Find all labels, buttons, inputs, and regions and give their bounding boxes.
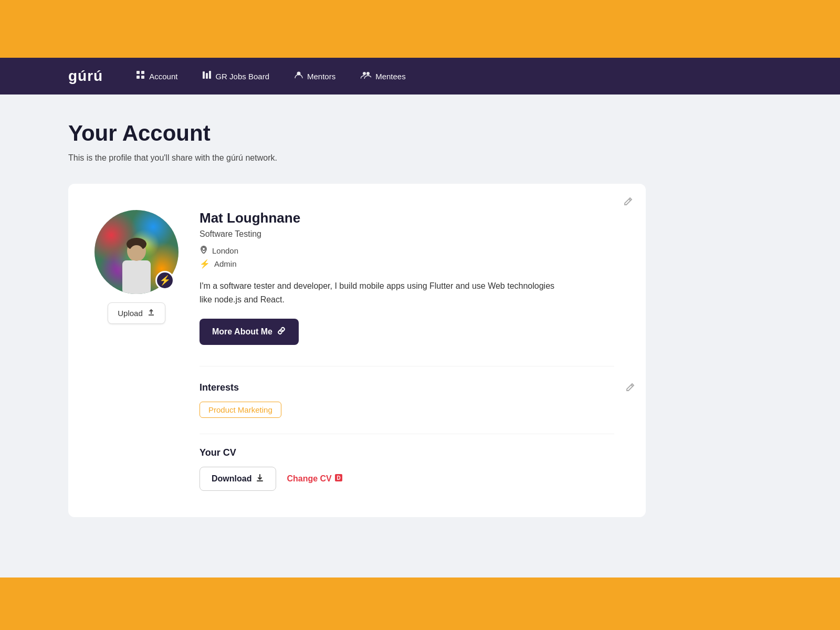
bottom-area xyxy=(0,578,840,630)
interests-title: Interests xyxy=(200,382,614,393)
profile-role: Software Testing xyxy=(200,229,614,239)
svg-point-8 xyxy=(363,72,366,75)
badge-icon: ⚡ xyxy=(200,259,210,269)
svg-rect-0 xyxy=(136,71,140,74)
badge-item: ⚡ Admin xyxy=(200,259,614,269)
navbar: gúrú Account GR Jobs Board xyxy=(0,58,840,94)
lightning-badge: ⚡ xyxy=(155,271,174,290)
svg-rect-13 xyxy=(122,260,151,294)
download-icon xyxy=(256,474,264,484)
nav-item-mentees[interactable]: Mentees xyxy=(359,67,408,86)
change-cv-button[interactable]: Change CV D xyxy=(287,474,342,484)
top-banner xyxy=(0,0,840,58)
nav-account-label: Account xyxy=(149,72,177,81)
download-label: Download xyxy=(212,474,251,484)
svg-point-15 xyxy=(202,247,205,250)
edit-profile-icon[interactable] xyxy=(623,196,633,209)
svg-text:D: D xyxy=(337,475,340,481)
nav-item-mentors[interactable]: Mentors xyxy=(292,67,338,86)
change-cv-icon: D xyxy=(335,474,342,484)
upload-icon xyxy=(147,308,155,318)
avatar-wrapper: ⚡ xyxy=(94,210,178,294)
interest-tag-0: Product Marketing xyxy=(200,402,281,418)
change-cv-label: Change CV xyxy=(287,474,331,484)
svg-rect-2 xyxy=(136,76,140,79)
location-icon xyxy=(200,245,208,256)
cv-title: Your CV xyxy=(200,447,614,458)
profile-name: Mat Loughnane xyxy=(200,210,614,226)
grid-icon xyxy=(136,71,145,81)
page-title: Your Account xyxy=(68,121,772,146)
upload-label: Upload xyxy=(118,309,143,318)
brand-logo: gúrú xyxy=(68,68,103,85)
location-text: London xyxy=(212,246,238,255)
download-cv-button[interactable]: Download xyxy=(200,467,276,491)
main-content: Your Account This is the profile that yo… xyxy=(0,94,840,578)
page-subtitle: This is the profile that you'll share wi… xyxy=(68,153,772,163)
svg-rect-5 xyxy=(206,73,208,79)
person-icon xyxy=(295,71,303,81)
nav-item-gr-jobs-board[interactable]: GR Jobs Board xyxy=(201,67,271,86)
group-icon xyxy=(361,71,371,81)
nav-jobs-label: GR Jobs Board xyxy=(215,72,269,81)
profile-bio: I'm a software tester and developer, I b… xyxy=(200,279,556,306)
cv-actions: Download Change CV xyxy=(200,467,614,491)
badge-text: Admin xyxy=(214,259,237,268)
nav-mentees-label: Mentees xyxy=(375,72,406,81)
svg-rect-6 xyxy=(209,71,211,79)
link-icon xyxy=(277,326,286,338)
nav-mentors-label: Mentors xyxy=(307,72,335,81)
upload-button[interactable]: Upload xyxy=(108,302,165,324)
avatar-section: ⚡ Upload xyxy=(94,210,178,324)
location-item: London xyxy=(200,245,614,256)
more-about-label: More About Me xyxy=(212,327,272,337)
profile-card: ⚡ Upload Mat Loughnane Software Tes xyxy=(68,184,646,517)
profile-info: Mat Loughnane Software Testing London xyxy=(200,210,614,491)
interests-section: Interests Product Marketing xyxy=(200,366,614,418)
nav-item-account[interactable]: Account xyxy=(134,67,180,86)
more-about-button[interactable]: More About Me xyxy=(200,319,299,345)
edit-interests-icon[interactable] xyxy=(625,382,635,395)
lightning-icon: ⚡ xyxy=(159,276,171,285)
bars-icon xyxy=(203,71,211,81)
cv-section: Your CV Download Cha xyxy=(200,434,614,491)
svg-point-14 xyxy=(129,245,144,261)
svg-rect-3 xyxy=(141,76,144,79)
svg-rect-4 xyxy=(203,71,205,79)
profile-meta: London ⚡ Admin xyxy=(200,245,614,269)
svg-rect-1 xyxy=(141,71,144,74)
svg-point-9 xyxy=(366,72,370,75)
